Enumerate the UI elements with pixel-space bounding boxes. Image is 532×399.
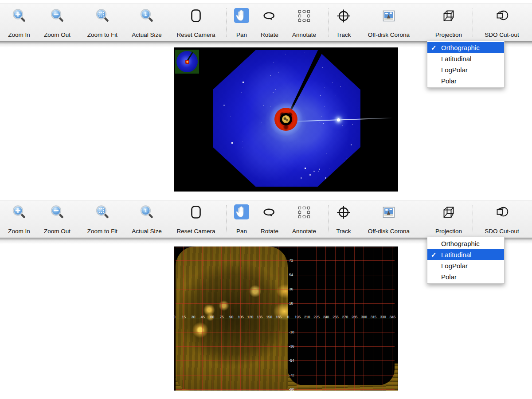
longitude-label: 225 xyxy=(312,315,321,319)
menu-item-latitudinal[interactable]: ✓ Latitudinal xyxy=(427,249,504,260)
latitude-label: 18 xyxy=(289,301,299,305)
projection-menu-top: ✓ Orthographic Latitudinal LogPolar Pola… xyxy=(427,41,505,88)
annotate-button[interactable]: Annotate xyxy=(286,200,322,238)
menu-item-latitudinal[interactable]: Latitudinal xyxy=(427,53,504,64)
reset-camera-icon xyxy=(188,204,204,220)
off-disk-corona-button[interactable]: Off-disk Corona xyxy=(359,200,419,238)
longitude-label: 285 xyxy=(350,315,360,319)
longitude-label: 135 xyxy=(255,315,265,319)
projection-button[interactable]: Projection xyxy=(428,200,469,238)
zoom-in-button[interactable]: Zoom In xyxy=(4,4,34,41)
menu-item-orthographic[interactable]: Orthographic xyxy=(427,238,504,249)
toolbar-button-label: SDO Cut-out xyxy=(478,31,526,38)
track-button[interactable]: Track xyxy=(332,200,356,238)
longitude-label: 0 xyxy=(283,315,293,319)
toolbar-top: Zoom InZoom OutZoom to FitActual SizeRes… xyxy=(0,4,532,42)
rotate-button[interactable]: Rotate xyxy=(256,200,283,238)
longitude-label: 30 xyxy=(188,315,198,319)
menu-item-label: Polar xyxy=(441,77,457,85)
longitude-label: 270 xyxy=(340,315,350,319)
toolbar-button-label: Pan xyxy=(231,228,252,235)
off-disk-corona-icon xyxy=(381,8,397,24)
projection-cube-icon xyxy=(441,8,457,24)
reset-camera-button[interactable]: Reset Camera xyxy=(171,200,221,238)
off-disk-corona-button[interactable]: Off-disk Corona xyxy=(359,4,419,41)
menu-item-label: LogPolar xyxy=(441,66,468,74)
longitude-label: 345 xyxy=(387,315,397,319)
latitudinal-viewport[interactable]: 0153045607590105120135150165019521022524… xyxy=(174,246,398,391)
actual-size-button[interactable]: Actual Size xyxy=(128,4,166,41)
orthographic-viewport[interactable] xyxy=(174,47,398,192)
toolbar-button-label: Zoom Out xyxy=(39,31,75,38)
toolbar-bottom: Zoom InZoom OutZoom to FitActual SizeRes… xyxy=(0,200,532,238)
reset-camera-icon xyxy=(188,8,204,24)
zoom-out-button[interactable]: Zoom Out xyxy=(39,200,75,238)
toolbar-button-label: Track xyxy=(332,31,356,38)
track-button[interactable]: Track xyxy=(332,4,356,41)
toolbar-button-label: Zoom to Fit xyxy=(82,31,123,38)
rotate-button[interactable]: Rotate xyxy=(256,4,283,41)
toolbar-button-label: Zoom to Fit xyxy=(82,228,123,235)
toolbar-separator xyxy=(226,205,227,233)
menu-item-logpolar[interactable]: LogPolar xyxy=(427,64,504,75)
menu-item-polar[interactable]: Polar xyxy=(427,271,504,282)
track-crosshair-icon xyxy=(336,204,352,220)
menu-item-label: Latitudinal xyxy=(441,251,471,258)
toolbar-button-label: Projection xyxy=(428,31,469,38)
longitude-label: 75 xyxy=(217,315,227,319)
annotate-button[interactable]: Annotate xyxy=(286,4,322,41)
toolbar-button-label: Annotate xyxy=(286,228,322,235)
latitude-label: -54 xyxy=(289,358,299,363)
longitude-label: 60 xyxy=(207,315,217,319)
menu-item-label: Latitudinal xyxy=(441,55,471,63)
zoom-to-fit-icon xyxy=(94,204,110,220)
app-window: Zoom InZoom OutZoom to FitActual SizeRes… xyxy=(0,0,532,399)
pan-button[interactable]: Pan xyxy=(231,200,252,238)
latitude-label: -18 xyxy=(289,330,299,334)
grid-line-horizontal xyxy=(176,346,395,347)
toolbar-separator xyxy=(473,205,473,233)
zoom-to-fit-button[interactable]: Zoom to Fit xyxy=(82,4,123,41)
zoom-in-button[interactable]: Zoom In xyxy=(4,200,34,238)
menu-item-orthographic[interactable]: ✓ Orthographic xyxy=(427,42,504,53)
toolbar-separator xyxy=(473,8,473,37)
menu-item-polar[interactable]: Polar xyxy=(427,75,504,86)
sdo-sun-disk xyxy=(282,115,290,123)
off-disk-corona-icon xyxy=(381,204,397,220)
zoom-in-icon xyxy=(11,8,27,24)
latitude-label: 36 xyxy=(289,287,299,291)
projection-button[interactable]: Projection xyxy=(428,4,469,41)
sdo-cut-out-button[interactable]: SDO Cut-out xyxy=(478,200,526,238)
toolbar-button-label: Annotate xyxy=(286,31,322,38)
zoom-out-icon xyxy=(49,204,65,220)
actual-size-button[interactable]: Actual Size xyxy=(128,200,166,238)
zoom-out-icon xyxy=(49,8,65,24)
grid-line-horizontal xyxy=(176,375,395,376)
projection-menu-bottom: Orthographic ✓ Latitudinal LogPolar Pola… xyxy=(427,237,505,284)
menu-item-logpolar[interactable]: LogPolar xyxy=(427,260,504,271)
longitude-label: 45 xyxy=(198,315,207,319)
toolbar-button-label: Track xyxy=(332,228,356,235)
longitude-label: 240 xyxy=(321,315,331,319)
bright-planet xyxy=(337,118,340,121)
sdo-cut-out-button[interactable]: SDO Cut-out xyxy=(478,4,526,41)
toolbar-button-label: Off-disk Corona xyxy=(359,228,419,235)
zoom-out-button[interactable]: Zoom Out xyxy=(39,4,75,41)
toolbar-separator xyxy=(424,8,424,37)
grid-line-horizontal xyxy=(176,303,395,304)
toolbar-separator xyxy=(328,205,329,233)
annotate-icon xyxy=(296,204,312,220)
toolbar-button-label: Projection xyxy=(428,228,469,235)
longitude-label: 165 xyxy=(274,315,283,319)
longitude-label: 300 xyxy=(359,315,369,319)
longitude-label: 105 xyxy=(236,315,246,319)
latitude-label: 72 xyxy=(289,258,299,262)
toolbar-button-label: Zoom In xyxy=(4,228,34,235)
rotate-icon xyxy=(262,8,278,24)
overview-thumbnail[interactable] xyxy=(175,50,199,74)
grid-line-horizontal xyxy=(176,360,395,361)
pan-button[interactable]: Pan xyxy=(231,4,252,41)
zoom-to-fit-button[interactable]: Zoom to Fit xyxy=(82,200,123,238)
longitude-label: 195 xyxy=(293,315,302,319)
reset-camera-button[interactable]: Reset Camera xyxy=(171,4,221,41)
